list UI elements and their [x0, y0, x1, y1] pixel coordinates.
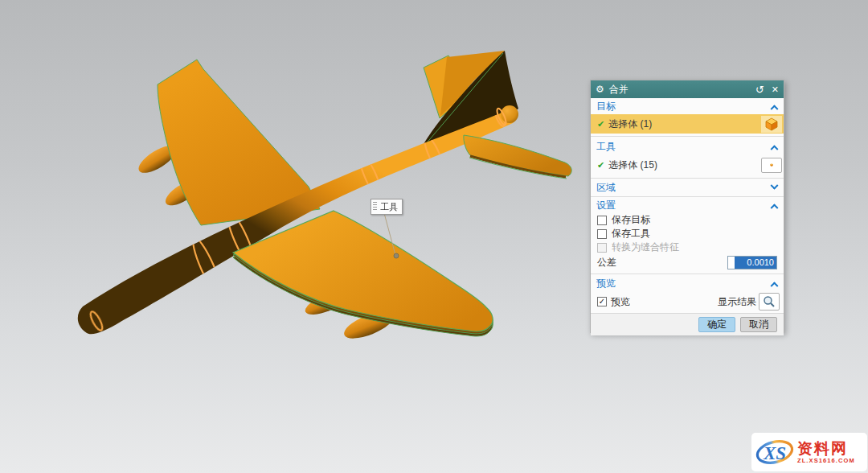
tooltip-grip-icon: [373, 202, 377, 212]
gear-icon: ⚙: [596, 84, 604, 94]
watermark: XS 资料网 ZL.XS1616.COM: [751, 433, 867, 471]
tooltip-label: 工具: [379, 201, 402, 213]
convert-sew-label: 转换为缝合特征: [612, 241, 679, 254]
section-settings-header[interactable]: 设置: [591, 198, 784, 213]
cancel-button[interactable]: 取消: [740, 317, 777, 332]
chevron-up-icon[interactable]: [771, 105, 779, 113]
check-icon: ✔: [597, 160, 604, 171]
check-icon: ✔: [597, 119, 604, 130]
tool-body-button[interactable]: [761, 158, 782, 173]
save-target-label: 保存目标: [612, 213, 650, 227]
cube-icon: [770, 158, 773, 172]
tooltip-anchor-dot: [394, 253, 399, 258]
tolerance-label: 公差: [597, 256, 727, 269]
dialog-footer: 确定 取消: [591, 313, 784, 335]
chevron-up-icon[interactable]: [771, 145, 779, 153]
chevron-down-icon[interactable]: [771, 182, 779, 190]
target-select-row[interactable]: ✔ 选择体 (1): [591, 114, 784, 134]
target-select-label: 选择体 (1): [608, 117, 761, 131]
magnifier-icon: [763, 295, 776, 308]
section-target-header[interactable]: 目标: [591, 98, 784, 114]
separator: [591, 136, 784, 137]
checkbox-disabled: [597, 243, 607, 253]
chevron-up-icon[interactable]: [771, 282, 779, 290]
dialog-titlebar[interactable]: ⚙ 合并 ↺ ✕: [591, 80, 784, 98]
section-preview-header[interactable]: 预览: [591, 276, 784, 290]
tool-tooltip: 工具: [371, 199, 403, 215]
show-result-button[interactable]: [759, 293, 780, 311]
preview-row: ✓ 预览 显示结果: [591, 290, 784, 313]
save-target-checkbox-row[interactable]: 保存目标: [591, 213, 784, 227]
save-tool-label: 保存工具: [612, 227, 650, 241]
separator: [591, 178, 784, 179]
dialog-title: 合并: [609, 83, 755, 97]
xs-logo-icon: XS: [754, 437, 796, 467]
save-tool-checkbox-row[interactable]: 保存工具: [591, 227, 784, 241]
tool-select-label: 选择体 (15): [608, 158, 761, 172]
unite-dialog: ⚙ 合并 ↺ ✕ 目标 ✔ 选择体 (1) 工具 ✔ 选择体 (15): [590, 80, 784, 333]
checkbox-checked[interactable]: ✓: [597, 297, 607, 306]
preview-label: 预览: [611, 295, 718, 309]
cube-icon: [764, 117, 779, 131]
checkbox-unchecked[interactable]: [597, 216, 607, 225]
tolerance-row: 公差 0.0010: [591, 254, 784, 271]
convert-sew-checkbox-row: 转换为缝合特征: [591, 241, 784, 254]
watermark-name: 资料网: [797, 440, 848, 457]
tolerance-input[interactable]: 0.0010: [727, 256, 777, 269]
separator: [591, 274, 784, 274]
ok-button[interactable]: 确定: [698, 317, 735, 332]
airplane-model[interactable]: [78, 51, 571, 343]
chevron-up-icon[interactable]: [771, 204, 779, 212]
reset-icon[interactable]: ↺: [755, 84, 764, 96]
separator: [591, 196, 784, 197]
section-tool-header[interactable]: 工具: [591, 138, 784, 154]
watermark-url: ZL.XS1616.COM: [797, 457, 855, 464]
close-icon[interactable]: ✕: [772, 84, 779, 95]
tool-select-row[interactable]: ✔ 选择体 (15): [591, 154, 784, 175]
section-region-header[interactable]: 区域: [591, 180, 784, 195]
tolerance-value: 0.0010: [735, 257, 776, 269]
svg-text:XS: XS: [763, 443, 786, 463]
show-result-label: 显示结果: [718, 295, 756, 309]
target-body-button[interactable]: [761, 116, 782, 133]
checkbox-unchecked[interactable]: [597, 229, 607, 239]
